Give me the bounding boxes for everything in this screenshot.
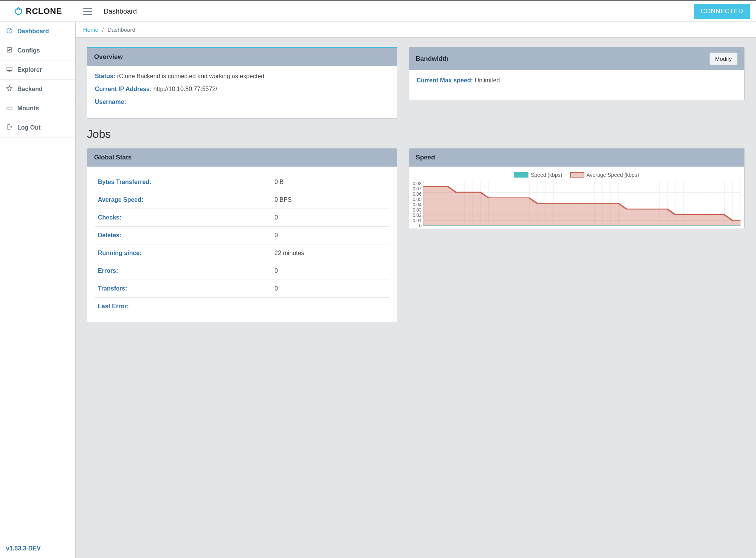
stats-row: Deletes:0 <box>95 227 389 244</box>
ip-label: Current IP Address: <box>95 86 152 92</box>
logout-icon <box>6 124 13 132</box>
status-label: Status: <box>95 73 115 79</box>
stats-row: Last Error: <box>95 298 389 315</box>
stats-label: Running since: <box>95 244 271 262</box>
svg-rect-2 <box>7 67 12 71</box>
stats-row: Average Speed:0 BPS <box>95 191 389 209</box>
sidebar-item-dashboard[interactable]: Dashboard <box>0 22 75 41</box>
max-speed-value: Unlimited <box>475 77 500 83</box>
sidebar-item-label: Dashboard <box>17 28 49 35</box>
modify-button[interactable]: Modify <box>710 53 737 65</box>
stats-value: 0 B <box>271 173 389 191</box>
overview-card: Overview Status: rClone Backend is conne… <box>87 47 397 119</box>
stats-row: Running since:22 minutes <box>95 244 389 262</box>
stats-value: 0 BPS <box>271 191 389 209</box>
breadcrumb-home-link[interactable]: Home <box>83 26 98 33</box>
svg-point-4 <box>8 108 8 108</box>
sidebar-item-mounts[interactable]: Mounts <box>0 99 75 118</box>
stats-row: Transfers:0 <box>95 280 389 298</box>
stats-value: 0 <box>271 209 389 227</box>
stats-row: Bytes Transferred:0 B <box>95 173 389 191</box>
logo[interactable]: RCLONE <box>0 6 76 16</box>
rclone-logo-icon <box>14 6 23 16</box>
sidebar-item-log-out[interactable]: Log Out <box>0 118 75 138</box>
stats-label: Average Speed: <box>95 191 271 209</box>
sidebar-item-label: Explorer <box>17 66 42 73</box>
drive-icon <box>6 104 13 113</box>
sidebar-item-label: Configs <box>17 47 40 54</box>
global-stats-title: Global Stats <box>87 148 397 167</box>
gauge-icon <box>6 27 13 36</box>
breadcrumb-current: Dashboard <box>108 26 135 33</box>
logo-text: RCLONE <box>26 6 62 16</box>
stats-value: 0 <box>271 262 389 280</box>
breadcrumb: Home / Dashboard <box>76 22 756 38</box>
ip-value: http://10.10.80.77:5572/ <box>153 86 217 92</box>
connection-status-badge[interactable]: CONNECTED <box>694 4 750 19</box>
menu-toggle-icon[interactable] <box>83 8 92 15</box>
stats-label: Deletes: <box>95 227 271 244</box>
status-value: rClone Backend is connected and working … <box>117 73 265 79</box>
pencil-square-icon <box>6 46 13 55</box>
global-stats-card: Global Stats Bytes Transferred:0 BAverag… <box>87 148 397 322</box>
sidebar-item-label: Mounts <box>17 105 39 112</box>
sidebar: DashboardConfigsExplorerBackendMountsLog… <box>0 22 76 558</box>
username-label: Username: <box>95 99 126 105</box>
bandwidth-card: Bandwidth Modify Current Max speed: Unli… <box>409 47 745 100</box>
speed-title: Speed <box>409 148 744 167</box>
sidebar-item-label: Log Out <box>17 124 40 131</box>
sidebar-item-backend[interactable]: Backend <box>0 80 75 99</box>
sidebar-item-configs[interactable]: Configs <box>0 41 75 60</box>
sidebar-item-explorer[interactable]: Explorer <box>0 60 75 80</box>
stats-label: Last Error: <box>95 298 271 315</box>
app-header: RCLONE Dashboard CONNECTED <box>0 1 756 22</box>
speed-chart: 0.080.070.060.050.040.030.020.010 <box>413 181 741 226</box>
overview-title: Overview <box>87 48 397 66</box>
stats-value: 0 <box>271 280 389 298</box>
stats-row: Checks:0 <box>95 209 389 227</box>
stats-label: Bytes Transferred: <box>95 173 271 191</box>
stats-value <box>271 298 389 315</box>
bandwidth-title: Bandwidth <box>416 55 449 63</box>
page-title: Dashboard <box>104 8 137 15</box>
jobs-heading: Jobs <box>87 128 745 141</box>
version-label: v1.53.3-DEV <box>0 539 75 558</box>
stats-label: Errors: <box>95 262 271 280</box>
star-icon <box>6 85 13 93</box>
stats-label: Transfers: <box>95 280 271 298</box>
monitor-icon <box>6 66 13 74</box>
stats-label: Checks: <box>95 209 271 227</box>
stats-value: 0 <box>271 227 389 244</box>
stats-value: 22 minutes <box>271 244 389 262</box>
max-speed-label: Current Max speed: <box>417 77 473 83</box>
sidebar-item-label: Backend <box>17 86 43 93</box>
stats-row: Errors:0 <box>95 262 389 280</box>
chart-legend: Speed (kbps) Average Speed (kbps) <box>413 172 741 178</box>
speed-card: Speed Speed (kbps) Average Speed (kbps) … <box>409 148 745 229</box>
